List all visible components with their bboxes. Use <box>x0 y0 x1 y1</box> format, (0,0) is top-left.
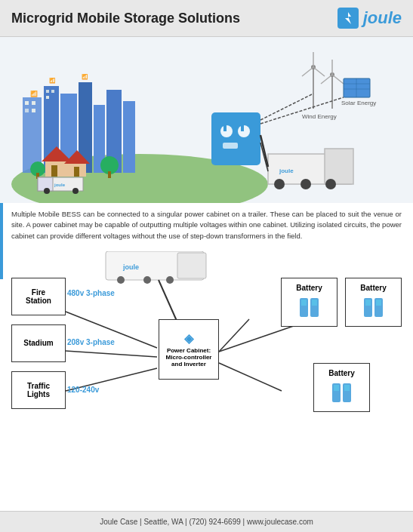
svg-text:joule: joule <box>54 183 66 187</box>
svg-rect-93 <box>334 385 339 391</box>
svg-rect-91 <box>376 300 381 306</box>
svg-text:📶: 📶 <box>49 77 56 84</box>
svg-point-43 <box>274 179 285 189</box>
svg-rect-22 <box>51 165 57 177</box>
description-text: Multiple Mobile BESS can be connected to… <box>0 203 413 248</box>
svg-point-33 <box>72 188 79 194</box>
svg-rect-42 <box>325 149 353 184</box>
footer-text: Joule Case | Seattle, WA | (720) 924-669… <box>100 518 313 526</box>
battery-1-box: Battery <box>281 278 337 327</box>
svg-rect-25 <box>74 167 79 177</box>
fire-station-label: FireStation <box>26 288 51 305</box>
battery-3-icon <box>328 380 355 406</box>
svg-rect-12 <box>25 109 29 112</box>
traffic-lights-box: TrafficLights <box>11 371 66 409</box>
svg-point-75 <box>166 276 174 284</box>
svg-rect-72 <box>177 253 206 278</box>
logo: joule <box>337 8 402 29</box>
footer: Joule Case | Seattle, WA | (720) 924-669… <box>0 511 413 532</box>
svg-rect-59 <box>344 78 370 97</box>
svg-rect-71 <box>106 251 204 280</box>
fire-station-box: FireStation <box>11 278 66 315</box>
svg-rect-10 <box>25 101 29 105</box>
stadium-box: Stadium <box>11 324 66 362</box>
battery-2-icon <box>360 294 387 321</box>
svg-rect-95 <box>344 385 350 391</box>
svg-point-73 <box>117 276 125 284</box>
voltage-480-label: 480v 3-phase <box>67 289 115 297</box>
svg-text:Wind Energy: Wind Energy <box>302 113 337 120</box>
svg-rect-89 <box>365 300 371 306</box>
svg-text:📶: 📶 <box>30 90 38 97</box>
hero-image: 📶 📶 📶 joule <box>0 37 413 203</box>
page-title: Microgrid Mobile Storage Solutions <box>11 11 240 26</box>
voltage-120-label: 120-240v <box>67 386 99 394</box>
svg-rect-9 <box>123 101 135 173</box>
svg-rect-15 <box>51 90 54 93</box>
location-boxes: FireStation Stadium TrafficLights <box>11 278 66 409</box>
battery-3-label: Battery <box>328 369 354 377</box>
svg-rect-39 <box>241 124 244 131</box>
svg-text:Solar Energy: Solar Energy <box>341 100 376 106</box>
battery-1-label: Battery <box>296 284 322 292</box>
svg-text:📶: 📶 <box>82 73 88 80</box>
battery-3-box: Battery <box>313 363 370 412</box>
battery-2-label: Battery <box>360 284 386 292</box>
logo-text: joule <box>363 8 402 28</box>
battery-1-icon <box>296 294 322 321</box>
power-cabinet-label: Power Cabinet: Micro-controller and Inve… <box>162 347 215 367</box>
svg-rect-87 <box>312 300 317 306</box>
stadium-label: Stadium <box>23 339 53 347</box>
header: Microgrid Mobile Storage Solutions joule <box>0 0 413 37</box>
svg-rect-29 <box>108 171 111 178</box>
svg-line-81 <box>219 319 249 352</box>
traffic-lights-label: TrafficLights <box>27 382 50 398</box>
svg-point-74 <box>143 276 151 284</box>
battery-grid: Battery Battery <box>281 278 402 327</box>
svg-marker-0 <box>345 12 351 24</box>
svg-rect-35 <box>211 112 260 165</box>
logo-icon <box>337 8 359 29</box>
voltage-208-label: 208v 3-phase <box>67 338 115 346</box>
svg-point-45 <box>325 179 336 189</box>
svg-rect-14 <box>46 90 49 93</box>
svg-rect-38 <box>223 124 227 131</box>
svg-point-44 <box>301 179 311 189</box>
svg-rect-85 <box>301 300 307 306</box>
battery-2-box: Battery <box>345 278 402 327</box>
svg-rect-11 <box>32 101 35 105</box>
svg-rect-13 <box>32 109 35 112</box>
diagram-section: joule FireStation St <box>0 248 413 444</box>
svg-line-83 <box>219 363 282 391</box>
svg-line-79 <box>66 351 157 357</box>
svg-text:joule: joule <box>122 263 139 271</box>
svg-rect-16 <box>46 96 49 99</box>
svg-text:joule: joule <box>279 168 294 174</box>
power-cabinet-box: ◈ Power Cabinet: Micro-controller and In… <box>159 319 219 380</box>
svg-rect-40 <box>223 143 238 149</box>
svg-point-32 <box>44 188 50 194</box>
power-cabinet-icon: ◈ <box>184 331 193 346</box>
